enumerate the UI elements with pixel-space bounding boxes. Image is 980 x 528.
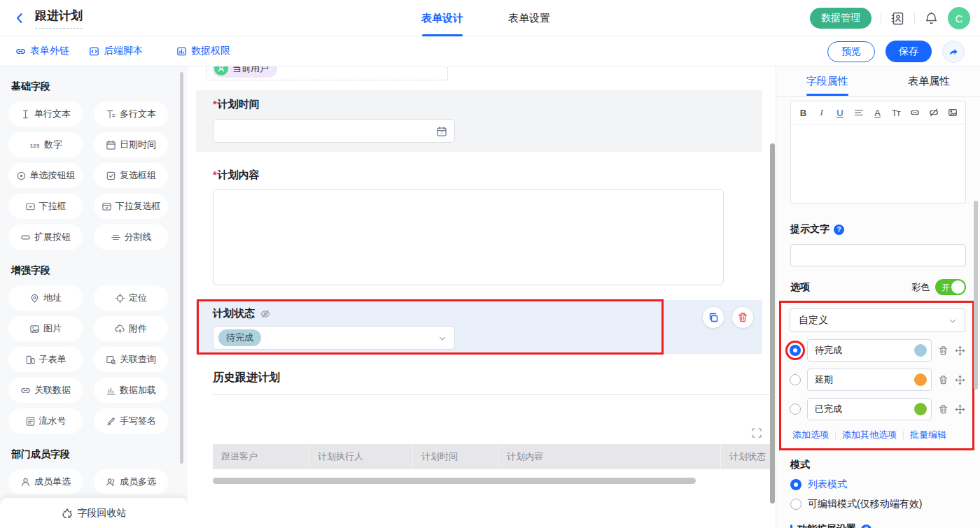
hint-text-input[interactable] [790, 244, 966, 266]
font-color-button[interactable]: A [873, 108, 882, 118]
delete-option-icon[interactable] [938, 345, 948, 356]
drag-move-icon[interactable] [955, 404, 965, 415]
font-size-button[interactable]: Tᴛ [891, 108, 900, 118]
contacts-book-icon[interactable] [890, 11, 905, 26]
field-pill-data-load[interactable]: 数据加载 [94, 378, 168, 403]
batch-edit-link[interactable]: 批量编辑 [910, 429, 946, 441]
eye-off-icon [260, 308, 271, 320]
plan-status-select[interactable]: 待完成 [213, 326, 455, 350]
field-pill-radio-group[interactable]: 单选按钮组 [8, 163, 83, 188]
field-plan-status-selected[interactable]: 计划状态 待完成 [196, 300, 762, 354]
field-recycle-bin[interactable]: 字段回收站 [0, 498, 188, 528]
option-color-dot[interactable] [914, 403, 927, 415]
option-color-dot[interactable] [914, 373, 927, 386]
field-pill-datetime[interactable]: 日期时间 [94, 132, 168, 157]
field-pill-number[interactable]: 123数字 [8, 132, 83, 157]
field-pill-attachment[interactable]: 附件 [94, 316, 168, 341]
dropdown-multi-icon [102, 201, 112, 212]
panel-scrollbar[interactable] [974, 201, 978, 390]
option-label-input[interactable] [807, 369, 932, 391]
save-button[interactable]: 保存 [886, 41, 932, 62]
data-permission-action[interactable]: 数据权限 [176, 45, 230, 57]
option-source-select[interactable]: 自定义 [790, 308, 965, 332]
table-horizontal-scrollbar[interactable] [213, 478, 696, 484]
field-pill-extend-button[interactable]: 扩展按钮 [8, 224, 83, 250]
option-color-dot[interactable] [914, 344, 927, 357]
column-header: 计划内容 [498, 444, 721, 469]
help-icon[interactable]: ? [834, 224, 844, 235]
field-pill-member-multi[interactable]: 成员多选 [94, 469, 168, 494]
align-icon[interactable] [854, 108, 864, 117]
backend-script-action[interactable]: 后端脚本 [89, 45, 143, 57]
external-link-action[interactable]: 表单外链 [15, 45, 69, 57]
field-pill-serial-number[interactable]: 流水号 [8, 408, 83, 434]
insert-link-icon[interactable] [910, 108, 920, 117]
field-pill-member-single[interactable]: 成员单选 [8, 469, 83, 494]
field-pill-locate[interactable]: 定位 [94, 285, 168, 311]
field-pill-multi-text[interactable]: 多行文本 [94, 101, 168, 127]
label-rich-text-editor[interactable]: B I U A Tᴛ [790, 101, 966, 204]
delete-option-icon[interactable] [938, 404, 948, 415]
tab-field-properties[interactable]: 字段属性 [776, 66, 878, 96]
toggle-knob [951, 280, 965, 294]
delete-option-icon[interactable] [938, 375, 948, 385]
colorful-toggle-on[interactable]: 开 [935, 279, 966, 295]
field-plan-time[interactable]: *计划时间 7 [196, 90, 762, 152]
properties-panel: 字段属性 表单属性 B I U A Tᴛ [776, 66, 980, 528]
option-radio[interactable] [790, 404, 801, 415]
preview-button[interactable]: 预览 [827, 41, 875, 62]
option-label-input[interactable] [807, 398, 932, 420]
expand-fullscreen-icon[interactable] [751, 427, 762, 438]
italic-button[interactable]: I [817, 107, 826, 118]
form-title-edit[interactable]: 跟进计划 [35, 8, 83, 29]
plan-content-textarea[interactable] [213, 189, 724, 285]
canvas-scrollbar[interactable] [770, 143, 775, 504]
help-icon[interactable]: ? [861, 525, 872, 528]
subform-icon [25, 355, 36, 365]
back-icon[interactable] [13, 11, 27, 25]
copy-field-button[interactable] [703, 307, 724, 328]
underline-button[interactable]: U [836, 108, 845, 118]
bold-button[interactable]: B [799, 108, 808, 118]
tab-form-design[interactable]: 表单设计 [421, 0, 463, 36]
share-button[interactable] [942, 41, 965, 63]
drag-move-icon[interactable] [955, 345, 965, 356]
field-pill-linked-data[interactable]: 关联数据 [8, 378, 83, 403]
field-pill-signature[interactable]: 手写签名 [94, 408, 168, 434]
enhanced-fields-grid: 地址 定位 图片 附件 子表单 关联查询 关联数据 数据加载 流水号 手写签名 [8, 285, 188, 434]
data-manage-button[interactable]: 数据管理 [810, 8, 872, 29]
mode-list[interactable]: 列表模式 [790, 478, 966, 491]
plan-time-date-input[interactable]: 7 [213, 119, 455, 143]
mode-editable[interactable]: 可编辑模式(仅移动端有效) [790, 498, 966, 511]
user-avatar[interactable]: C [948, 7, 970, 29]
tab-form-settings[interactable]: 表单设置 [508, 0, 550, 36]
chevron-down-icon [438, 334, 447, 343]
field-pill-lookup-query[interactable]: 关联查询 [94, 347, 168, 372]
field-pill-address[interactable]: 地址 [8, 285, 83, 311]
add-option-link[interactable]: 添加选项 [792, 429, 829, 441]
field-pill-select[interactable]: 下拉框 [8, 194, 83, 219]
form-designer-app: 跟进计划 表单设计 表单设置 数据管理 C 表单外链 后端脚本 [0, 0, 980, 528]
remove-link-icon[interactable] [929, 108, 939, 117]
field-pill-subform[interactable]: 子表单 [8, 347, 83, 372]
field-pill-multiselect[interactable]: 下拉复选框 [94, 194, 168, 219]
field-pill-image[interactable]: 图片 [8, 316, 83, 341]
insert-image-icon[interactable] [948, 108, 958, 117]
field-pill-divider[interactable]: 分割线 [94, 224, 168, 250]
option-radio[interactable] [790, 374, 801, 385]
field-pill-checkbox-group[interactable]: 复选框组 [94, 163, 168, 188]
field-plan-content[interactable]: *计划内容 [196, 160, 762, 292]
chevron-down-icon [948, 316, 958, 326]
drag-move-icon[interactable] [955, 375, 965, 385]
add-other-option-link[interactable]: 添加其他选项 [842, 429, 897, 441]
tab-form-properties[interactable]: 表单属性 [878, 66, 980, 96]
current-user-field[interactable]: 当前用户 [206, 66, 448, 80]
option-radio-selected[interactable] [790, 345, 801, 356]
field-history-subform[interactable]: 历史跟进计划 跟进客户 计划执行人 计划时间 计划内容 计划状态 [196, 362, 771, 484]
option-label-input[interactable] [807, 339, 932, 362]
sidebar-scrollbar[interactable] [180, 72, 183, 464]
field-pill-single-text[interactable]: 单行文本 [8, 101, 83, 127]
radio-icon [16, 171, 27, 181]
delete-field-button[interactable] [732, 307, 753, 328]
notification-bell-icon[interactable] [924, 11, 939, 26]
